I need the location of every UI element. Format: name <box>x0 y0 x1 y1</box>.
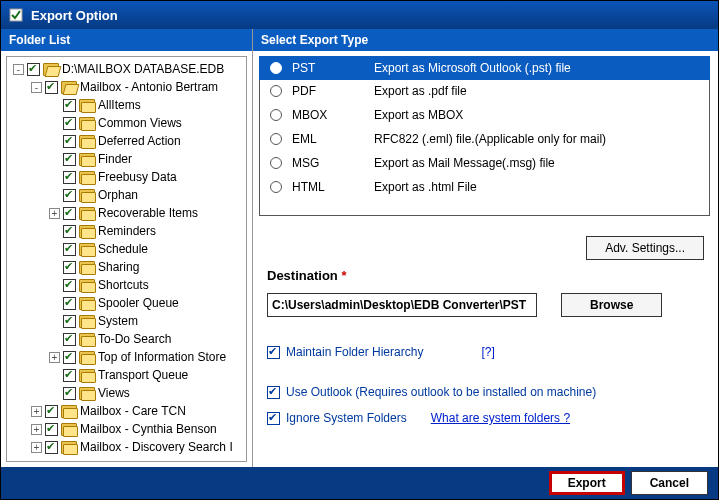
cancel-button[interactable]: Cancel <box>631 471 708 495</box>
export-type-radio[interactable] <box>270 133 282 145</box>
export-type-row[interactable]: HTMLExport as .html File <box>260 175 709 199</box>
tree-checkbox[interactable] <box>45 423 58 436</box>
tree-checkbox[interactable] <box>63 387 76 400</box>
tree-node[interactable]: Finder <box>9 150 244 168</box>
tree-expander <box>49 298 60 309</box>
tree-checkbox[interactable] <box>63 333 76 346</box>
tree-checkbox[interactable] <box>63 189 76 202</box>
export-type-radio[interactable] <box>270 62 282 74</box>
tree-expander <box>49 388 60 399</box>
export-type-row[interactable]: MBOXExport as MBOX <box>260 103 709 127</box>
tree-checkbox[interactable] <box>45 405 58 418</box>
ignore-system-checkbox[interactable] <box>267 412 280 425</box>
tree-label: Shortcuts <box>98 278 149 292</box>
tree-expander <box>49 316 60 327</box>
tree-node[interactable]: Schedule <box>9 240 244 258</box>
export-type-row[interactable]: PDFExport as .pdf file <box>260 79 709 103</box>
tree-checkbox[interactable] <box>63 351 76 364</box>
tree-checkbox[interactable] <box>63 207 76 220</box>
tree-checkbox[interactable] <box>63 171 76 184</box>
tree-node[interactable]: Common Views <box>9 114 244 132</box>
system-folders-link[interactable]: What are system folders ? <box>431 411 570 425</box>
tree-expander[interactable]: + <box>49 208 60 219</box>
tree-expander[interactable]: - <box>13 64 24 75</box>
export-button[interactable]: Export <box>549 471 625 495</box>
tree-label: Sharing <box>98 260 139 274</box>
destination-input[interactable] <box>267 293 537 317</box>
tree-checkbox[interactable] <box>63 99 76 112</box>
export-type-radio[interactable] <box>270 181 282 193</box>
folder-icon <box>79 171 95 184</box>
folder-icon <box>61 441 77 454</box>
export-type-radio[interactable] <box>270 85 282 97</box>
window-title: Export Option <box>31 8 118 23</box>
folder-icon <box>61 423 77 436</box>
tree-checkbox[interactable] <box>63 243 76 256</box>
bottom-bar: Export Cancel <box>1 467 718 499</box>
tree-checkbox[interactable] <box>63 297 76 310</box>
maintain-hierarchy-checkbox[interactable] <box>267 346 280 359</box>
tree-checkbox[interactable] <box>45 441 58 454</box>
tree-checkbox[interactable] <box>63 279 76 292</box>
use-outlook-checkbox[interactable] <box>267 386 280 399</box>
maintain-help-link[interactable]: [?] <box>481 345 494 359</box>
tree-expander[interactable]: - <box>31 82 42 93</box>
export-type-radio[interactable] <box>270 109 282 121</box>
destination-label-text: Destination <box>267 268 338 283</box>
export-type-radio[interactable] <box>270 157 282 169</box>
adv-settings-button[interactable]: Adv. Settings... <box>586 236 704 260</box>
folder-icon <box>61 81 77 94</box>
tree-expander[interactable]: + <box>31 424 42 435</box>
tree-node[interactable]: +Recoverable Items <box>9 204 244 222</box>
export-type-abbr: PST <box>292 61 364 75</box>
tree-checkbox[interactable] <box>63 225 76 238</box>
tree-expander <box>49 190 60 201</box>
tree-node[interactable]: +Mailbox - Care TCN <box>9 402 244 420</box>
tree-checkbox[interactable] <box>63 117 76 130</box>
tree-checkbox[interactable] <box>63 261 76 274</box>
export-type-row[interactable]: EMLRFC822 (.eml) file.(Applicable only f… <box>260 127 709 151</box>
folder-icon <box>79 243 95 256</box>
tree-checkbox[interactable] <box>63 369 76 382</box>
tree-checkbox[interactable] <box>63 315 76 328</box>
tree-node[interactable]: +Mailbox - Cynthia Benson <box>9 420 244 438</box>
tree-node[interactable]: Sharing <box>9 258 244 276</box>
tree-checkbox[interactable] <box>45 81 58 94</box>
tree-node[interactable]: Spooler Queue <box>9 294 244 312</box>
tree-label: Mailbox - Antonio Bertram <box>80 80 218 94</box>
browse-button[interactable]: Browse <box>561 293 662 317</box>
tree-node[interactable]: -D:\MAILBOX DATABASE.EDB <box>9 60 244 78</box>
tree-node[interactable]: Freebusy Data <box>9 168 244 186</box>
tree-checkbox[interactable] <box>63 153 76 166</box>
export-type-row[interactable]: MSGExport as Mail Message(.msg) file <box>260 151 709 175</box>
export-type-abbr: MSG <box>292 156 364 170</box>
tree-label: System <box>98 314 138 328</box>
tree-checkbox[interactable] <box>27 63 40 76</box>
tree-expander[interactable]: + <box>31 442 42 453</box>
export-type-abbr: EML <box>292 132 364 146</box>
tree-node[interactable]: Shortcuts <box>9 276 244 294</box>
tree-label: Transport Queue <box>98 368 188 382</box>
tree-expander <box>49 334 60 345</box>
tree-node[interactable]: To-Do Search <box>9 330 244 348</box>
tree-node[interactable]: +Top of Information Store <box>9 348 244 366</box>
tree-expander <box>49 172 60 183</box>
tree-node[interactable]: Transport Queue <box>9 366 244 384</box>
tree-label: Orphan <box>98 188 138 202</box>
tree-node[interactable]: AllItems <box>9 96 244 114</box>
tree-node[interactable]: System <box>9 312 244 330</box>
tree-node[interactable]: Orphan <box>9 186 244 204</box>
tree-node[interactable]: Reminders <box>9 222 244 240</box>
folder-tree[interactable]: -D:\MAILBOX DATABASE.EDB-Mailbox - Anton… <box>6 56 247 462</box>
destination-label: Destination * <box>253 266 718 285</box>
tree-checkbox[interactable] <box>63 135 76 148</box>
tree-node[interactable]: -Mailbox - Antonio Bertram <box>9 78 244 96</box>
tree-expander[interactable]: + <box>31 406 42 417</box>
export-type-row[interactable]: PSTExport as Microsoft Outlook (.pst) fi… <box>259 56 710 80</box>
tree-node[interactable]: +Mailbox - Discovery Search I <box>9 438 244 456</box>
tree-expander[interactable]: + <box>49 352 60 363</box>
tree-node[interactable]: Views <box>9 384 244 402</box>
export-type-abbr: PDF <box>292 84 364 98</box>
tree-node[interactable]: Deferred Action <box>9 132 244 150</box>
export-type-desc: Export as Microsoft Outlook (.pst) file <box>374 61 571 75</box>
